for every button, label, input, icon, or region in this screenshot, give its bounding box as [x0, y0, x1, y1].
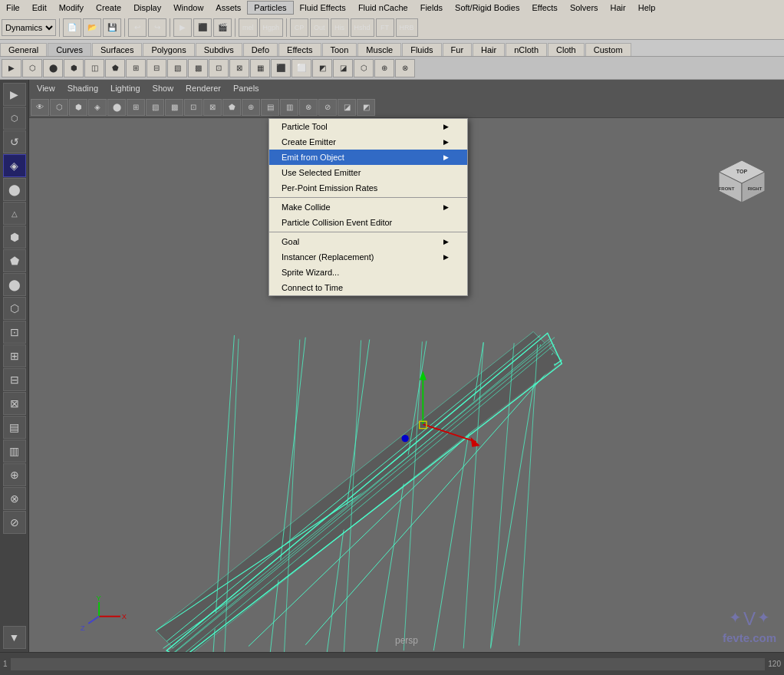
tb-btn-1[interactable]: 📄 [63, 18, 81, 37]
tab-hair[interactable]: Hair [473, 43, 505, 56]
tab-custom[interactable]: Custom [585, 43, 631, 56]
vp-btn-17[interactable]: ◪ [338, 99, 356, 116]
side-hex3[interactable]: ⬡ [3, 297, 26, 320]
menu-modify[interactable]: Modify [53, 2, 90, 14]
menu-emit-from-object[interactable]: Emit from Object ▶ [269, 150, 467, 165]
vp-btn-9[interactable]: ⊡ [184, 99, 203, 116]
vp-btn-18[interactable]: ◩ [357, 99, 375, 116]
menu-hair[interactable]: Hair [604, 2, 632, 14]
side-gr2[interactable]: ▥ [3, 440, 26, 463]
side-active[interactable]: ◈ [3, 154, 26, 177]
menu-particle-tool[interactable]: Particle Tool ▶ [269, 119, 467, 134]
vp-btn-10[interactable]: ⊠ [203, 99, 222, 116]
tab-subdivs[interactable]: Subdivs [196, 43, 242, 56]
tb-ft[interactable]: FT [376, 18, 394, 37]
tb2-icon6[interactable]: ⬟ [105, 59, 125, 77]
menu-instancer[interactable]: Instancer (Replacement) ▶ [269, 249, 467, 265]
tb-btn-render[interactable]: ▶ [173, 18, 192, 37]
tb-btn-4[interactable]: ↩ [128, 18, 147, 37]
orientation-cube[interactable]: TOP FRONT RIGHT [715, 156, 769, 210]
side-plus[interactable]: ⊕ [3, 463, 26, 486]
vp-btn-14[interactable]: ▥ [280, 99, 298, 116]
side-hex[interactable]: ⬢ [3, 226, 26, 249]
menu-solvers[interactable]: Solvers [564, 2, 604, 14]
side-sq4[interactable]: ⊠ [3, 392, 26, 415]
tab-effects[interactable]: Effects [278, 43, 321, 56]
vp-menu-renderer[interactable]: Renderer [181, 82, 226, 94]
dynamics-dropdown[interactable]: Dynamics [2, 19, 56, 36]
tb2-paint[interactable]: ⬤ [43, 59, 63, 77]
menu-sprite-wizard[interactable]: Sprite Wizard... [269, 265, 467, 280]
tb-cp[interactable]: CP [290, 18, 308, 37]
menu-effects[interactable]: Effects [525, 2, 563, 14]
tab-curves[interactable]: Curves [48, 43, 91, 56]
side-minus-circle[interactable]: ⊘ [3, 511, 26, 534]
side-tri[interactable]: △ [3, 202, 26, 225]
tb2-icon16[interactable]: ◩ [312, 59, 332, 77]
tb2-icon5[interactable]: ◫ [84, 59, 104, 77]
tab-muscle[interactable]: Muscle [357, 43, 401, 56]
vp-menu-lighting[interactable]: Lighting [106, 82, 145, 94]
menu-display[interactable]: Display [127, 2, 167, 14]
vp-menu-panels[interactable]: Panels [229, 82, 264, 94]
vp-btn-4[interactable]: ◈ [88, 99, 107, 116]
side-sq1[interactable]: ⊡ [3, 321, 26, 344]
side-times[interactable]: ⊗ [3, 487, 26, 510]
menu-per-point-emission[interactable]: Per-Point Emission Rates [269, 180, 467, 196]
tb-his[interactable]: His [331, 18, 349, 37]
menu-use-selected-emitter[interactable]: Use Selected Emitter [269, 165, 467, 180]
tb2-icon14[interactable]: ⬛ [271, 59, 291, 77]
vp-btn-3[interactable]: ⬢ [69, 99, 87, 116]
timeline-bar[interactable] [11, 658, 766, 670]
side-arrow-down[interactable]: ▼ [3, 626, 26, 649]
menu-soft-rigid[interactable]: Soft/Rigid Bodies [449, 2, 525, 14]
tab-fur[interactable]: Fur [443, 43, 473, 56]
menu-make-collide[interactable]: Make Collide ▶ [269, 199, 467, 215]
vp-btn-16[interactable]: ⊘ [318, 99, 337, 116]
menu-goal[interactable]: Goal ▶ [269, 234, 467, 249]
tab-cloth[interactable]: Cloth [548, 43, 585, 56]
tb-btn-render3[interactable]: 🎬 [213, 18, 232, 37]
tab-polygons[interactable]: Polygons [143, 43, 194, 56]
side-hex2[interactable]: ⬟ [3, 249, 26, 272]
side-circle[interactable]: ⬤ [3, 178, 26, 201]
menu-collision-event-editor[interactable]: Particle Collision Event Editor [269, 215, 467, 230]
side-lasso[interactable]: ⬡ [3, 107, 26, 130]
side-gr1[interactable]: ▤ [3, 416, 26, 439]
vp-btn-6[interactable]: ⊞ [127, 99, 145, 116]
menu-help[interactable]: Help [632, 2, 662, 14]
menu-fields[interactable]: Fields [414, 2, 449, 14]
tb-btn-3[interactable]: 💾 [103, 18, 121, 37]
tb-hgph[interactable]: Hgph [259, 18, 284, 37]
tb-out[interactable]: Out [310, 18, 329, 37]
tab-general[interactable]: General [0, 43, 47, 56]
tb2-icon12[interactable]: ⊠ [229, 59, 249, 77]
tb-hrb[interactable]: HRB [396, 18, 418, 37]
tb-btn-2[interactable]: 📂 [83, 18, 101, 37]
3d-scene[interactable]: X Y Z persp TOP FRONT [29, 118, 784, 652]
side-rotate[interactable]: ↺ [3, 130, 26, 153]
menu-file[interactable]: File [0, 2, 26, 14]
vp-btn-snaps[interactable]: ⊗ [299, 99, 318, 116]
tab-fluids[interactable]: Fluids [402, 43, 441, 56]
tb2-select[interactable]: ▶ [2, 59, 21, 77]
vp-btn-2[interactable]: ⬡ [50, 99, 68, 116]
tb-mel[interactable]: mel [239, 18, 258, 37]
tb-hshd[interactable]: Hshd [351, 18, 374, 37]
side-select[interactable]: ▶ [3, 83, 26, 106]
tab-surfaces[interactable]: Surfaces [92, 43, 142, 56]
tb2-icon11[interactable]: ⊡ [209, 59, 229, 77]
vp-btn-11[interactable]: ⬟ [222, 99, 241, 116]
side-sq2[interactable]: ⊞ [3, 344, 26, 367]
tb2-icon19[interactable]: ⊕ [374, 59, 394, 77]
vp-btn-8[interactable]: ▩ [165, 99, 183, 116]
vp-menu-shading[interactable]: Shading [63, 82, 103, 94]
vp-menu-view[interactable]: View [32, 82, 60, 94]
tb-btn-5[interactable]: ↪ [148, 18, 166, 37]
menu-create-emitter[interactable]: Create Emitter ▶ [269, 134, 467, 150]
tb2-icon9[interactable]: ▧ [167, 59, 187, 77]
tb2-icon4[interactable]: ⬢ [64, 59, 84, 77]
menu-connect-to-time[interactable]: Connect to Time [269, 280, 467, 295]
menu-window[interactable]: Window [167, 2, 209, 14]
side-dot[interactable]: ⬤ [3, 273, 26, 296]
